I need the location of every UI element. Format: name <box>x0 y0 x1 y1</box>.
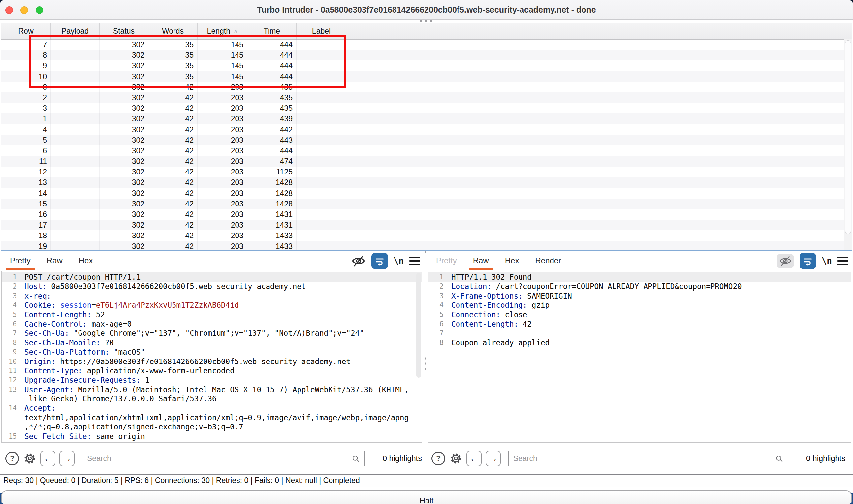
menu-icon[interactable] <box>409 257 420 265</box>
cell-row: 12 <box>1 166 51 177</box>
cell-words: 42 <box>148 241 198 250</box>
cell-payload <box>51 199 99 209</box>
table-row[interactable]: 630242203444 <box>1 145 845 156</box>
help-icon[interactable]: ? <box>432 452 445 465</box>
tab-pretty[interactable]: Pretty <box>436 251 457 271</box>
cell-status: 302 <box>99 230 148 241</box>
table-row[interactable]: 16302422031431 <box>1 209 845 220</box>
tab-hex[interactable]: Hex <box>505 251 519 271</box>
cell-status: 302 <box>99 199 148 209</box>
table-row[interactable]: 14302422031428 <box>1 188 845 199</box>
line-number: 9 <box>2 347 21 357</box>
cell-length: 203 <box>198 209 248 220</box>
help-icon[interactable]: ? <box>5 452 19 465</box>
highlights-count: 0 highlights <box>806 454 846 463</box>
table-row[interactable]: 17302422031431 <box>1 220 845 230</box>
word-wrap-icon[interactable] <box>800 253 816 269</box>
search-input[interactable] <box>82 451 365 466</box>
line-number: 14 <box>2 403 21 413</box>
table-row[interactable]: 230242203435 <box>1 92 845 103</box>
cell-length: 203 <box>198 188 248 199</box>
table-row[interactable]: 18302422031433 <box>1 230 845 241</box>
tab-raw[interactable]: Raw <box>47 251 63 271</box>
next-match-button[interactable]: → <box>59 451 75 466</box>
cell-length: 203 <box>198 199 248 209</box>
titlebar[interactable]: Turbo Intruder - 0a5800e303f7e0168142666… <box>0 0 853 20</box>
word-wrap-icon[interactable] <box>371 253 388 269</box>
table-row[interactable]: 15302422031428 <box>1 199 845 209</box>
newline-icon[interactable]: \n <box>822 256 832 266</box>
line-number <box>2 394 21 403</box>
cell-status: 302 <box>99 124 148 135</box>
cell-status: 302 <box>99 166 148 177</box>
code-line: 9Sec-Ch-Ua-Platform: "macOS" <box>2 347 422 357</box>
table-row[interactable]: 19302422031433 <box>1 241 845 250</box>
screen: Turbo Intruder - 0a5800e303f7e0168142666… <box>0 0 853 504</box>
response-search-row: ? ← → <box>426 445 853 472</box>
line-number: 3 <box>429 291 448 301</box>
table-scrollbar[interactable] <box>844 39 852 250</box>
line-number: 1 <box>2 272 21 282</box>
line-content: Sec-Ch-Ua: "Google Chrome";v="137", "Chr… <box>21 328 422 338</box>
table-row[interactable]: 12302422031125 <box>1 166 845 177</box>
line-content: Sec-Fetch-Site: same-origin <box>21 432 422 441</box>
response-tabbar: Pretty Raw Hex Render <box>426 251 853 271</box>
cell-label <box>296 209 346 220</box>
line-number: 5 <box>2 310 21 319</box>
sort-ascending-icon: ∧ <box>234 28 237 34</box>
line-content: Accept: <box>21 403 422 413</box>
code-line: 13User-Agent: Mozilla/5.0 (Macintosh; In… <box>2 385 422 394</box>
eye-slash-icon[interactable] <box>351 255 366 267</box>
cell-words: 42 <box>148 92 198 103</box>
cell-time: 435 <box>248 103 296 113</box>
line-number: 7 <box>2 328 21 338</box>
cell-words: 42 <box>148 199 198 209</box>
cell-words: 42 <box>148 220 198 230</box>
tab-hex[interactable]: Hex <box>79 251 93 271</box>
table-row[interactable]: 330242203435 <box>1 103 845 113</box>
prev-match-button[interactable]: ← <box>467 451 482 466</box>
prev-match-button[interactable]: ← <box>40 451 55 466</box>
cell-time: 1428 <box>248 177 296 188</box>
response-editor[interactable]: 1HTTP/1.1 302 Found2Location: /cart?coup… <box>428 271 851 443</box>
eye-slash-icon[interactable] <box>777 254 794 268</box>
cell-label <box>296 103 346 113</box>
cell-label <box>296 135 346 145</box>
newline-icon[interactable]: \n <box>394 256 404 266</box>
table-row[interactable]: 130242203439 <box>1 113 845 124</box>
table-scrollbar-thumb[interactable] <box>845 40 851 234</box>
code-line: 4Content-Encoding: gzip <box>429 301 851 310</box>
cell-row: 2 <box>1 92 51 103</box>
tab-render[interactable]: Render <box>535 251 561 271</box>
code-line: 3X-Frame-Options: SAMEORIGIN <box>429 291 851 301</box>
response-editor-panel: Pretty Raw Hex Render <box>426 251 853 472</box>
code-line: 5Content-Length: 52 <box>2 310 422 319</box>
request-editor-panel: Pretty Raw Hex <box>0 251 425 472</box>
halt-button[interactable]: Halt <box>1 490 852 504</box>
tab-pretty[interactable]: Pretty <box>10 251 31 271</box>
request-scrollbar-thumb[interactable] <box>416 273 421 378</box>
search-input[interactable] <box>508 451 788 466</box>
line-content: like Gecko) Chrome/137.0.0.0 Safari/537.… <box>21 394 422 403</box>
settings-gear-icon[interactable] <box>23 452 36 465</box>
line-number: 15 <box>2 432 21 441</box>
cell-payload <box>51 135 99 145</box>
cell-words: 42 <box>148 103 198 113</box>
settings-gear-icon[interactable] <box>449 452 462 465</box>
table-row[interactable]: 13302422031428 <box>1 177 845 188</box>
table-row[interactable]: 530242203443 <box>1 135 845 145</box>
menu-icon[interactable] <box>837 257 848 265</box>
tab-raw[interactable]: Raw <box>473 251 489 271</box>
cell-payload <box>51 103 99 113</box>
cell-words: 42 <box>148 145 198 156</box>
table-row[interactable]: 430242203442 <box>1 124 845 135</box>
table-row[interactable]: 1130242203474 <box>1 156 845 166</box>
line-number <box>2 413 21 422</box>
horizontal-splitter-top[interactable] <box>420 20 432 22</box>
cell-payload <box>51 241 99 250</box>
line-number: 4 <box>2 301 21 310</box>
next-match-button[interactable]: → <box>486 451 501 466</box>
request-editor[interactable]: 1POST /cart/coupon HTTP/1.12Host: 0a5800… <box>1 271 422 443</box>
cell-label <box>296 113 346 124</box>
cell-length: 203 <box>198 230 248 241</box>
